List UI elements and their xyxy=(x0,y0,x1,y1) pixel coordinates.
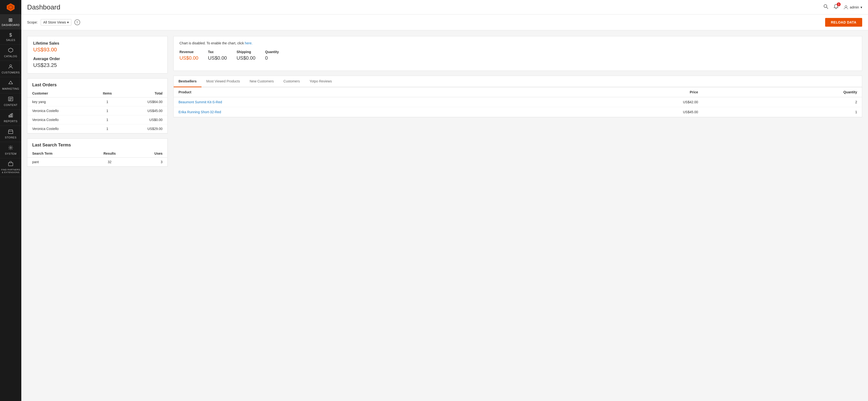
sidebar-item-label: DASHBOARD xyxy=(2,24,20,26)
chart-disabled-notice: Chart is disabled. To enable the chart, … xyxy=(174,36,862,71)
table-row: Beaumont Summit Kit-S-RedUS$42.002 xyxy=(174,97,862,107)
reports-icon xyxy=(8,113,13,119)
last-search-table: Search Term Results Uses pant323 xyxy=(27,150,167,167)
sidebar-item-label: FIND PARTNERS & EXTENSIONS xyxy=(1,169,20,174)
sidebar-item-label: CUSTOMERS xyxy=(2,71,20,74)
tab-yotpo[interactable]: Yotpo Reviews xyxy=(305,76,337,87)
chart-enable-link[interactable]: here. xyxy=(245,41,253,45)
catalog-icon xyxy=(8,48,13,54)
sidebar-item-dashboard[interactable]: ⊞ DASHBOARD xyxy=(0,15,21,30)
lifetime-sales-label: Lifetime Sales xyxy=(33,41,161,46)
svg-rect-13 xyxy=(8,131,13,134)
sidebar-item-label: STORES xyxy=(5,136,17,139)
svg-point-18 xyxy=(845,6,847,7)
last-orders-section: Last Orders Customer Items Total key yan… xyxy=(27,78,167,134)
scope-label: Scope: xyxy=(27,20,38,24)
product-name: Erika Running Short-32-Red xyxy=(174,107,535,117)
table-row: Veronica Costello1US$0.00 xyxy=(27,115,167,124)
scope-bar: Scope: All Store Views ▾ ? Reload Data xyxy=(21,15,868,30)
sidebar-item-system[interactable]: SYSTEM xyxy=(0,142,21,158)
svg-rect-15 xyxy=(8,163,13,166)
order-total: US$0.00 xyxy=(124,115,167,124)
scope-select[interactable]: All Store Views ▾ xyxy=(41,19,71,25)
scope-chevron-icon: ▾ xyxy=(67,20,69,24)
logo xyxy=(0,0,21,15)
last-orders-title: Last Orders xyxy=(27,79,167,89)
col-term: Search Term xyxy=(27,150,88,157)
search-term: pant xyxy=(27,157,88,167)
dashboard-body: Lifetime Sales US$93.00 Average Order US… xyxy=(21,30,868,177)
sidebar-item-find[interactable]: FIND PARTNERS & EXTENSIONS xyxy=(0,158,21,177)
table-row: key yang1US$64.00 xyxy=(27,97,167,107)
col-qty: Quantity xyxy=(703,87,862,97)
svg-marker-3 xyxy=(8,48,13,52)
tab-content: Product Price Quantity Beaumont Summit K… xyxy=(174,87,862,117)
tab-customers[interactable]: Customers xyxy=(279,76,305,87)
sidebar-item-stores[interactable]: STORES xyxy=(0,126,21,142)
stores-icon xyxy=(8,129,13,135)
scope-left: Scope: All Store Views ▾ ? xyxy=(27,19,80,25)
sidebar-item-reports[interactable]: REPORTS xyxy=(0,110,21,126)
tax-stat: Tax US$0.00 xyxy=(208,50,227,61)
sidebar-item-customers[interactable]: CUSTOMERS xyxy=(0,61,21,77)
bestsellers-table: Product Price Quantity Beaumont Summit K… xyxy=(174,87,862,117)
svg-point-16 xyxy=(824,5,827,7)
sidebar-item-label: CATALOG xyxy=(4,55,17,58)
sidebar-item-label: REPORTS xyxy=(4,120,18,123)
quantity-stat: Quantity 0 xyxy=(265,50,279,61)
main-content: Dashboard 3 admin ▾ Scope: All Store Vie… xyxy=(21,0,868,401)
search-icon[interactable] xyxy=(823,4,829,10)
shipping-stat: Shipping US$0.00 xyxy=(237,50,255,61)
product-price: US$42.00 xyxy=(535,97,703,107)
revenue-value: US$0.00 xyxy=(180,55,198,61)
col-uses: Uses xyxy=(131,150,167,157)
header: Dashboard 3 admin ▾ xyxy=(21,0,868,15)
admin-user[interactable]: admin ▾ xyxy=(843,5,862,10)
sidebar-item-sales[interactable]: $ SALES xyxy=(0,30,21,45)
reload-data-button[interactable]: Reload Data xyxy=(825,18,862,27)
quantity-label: Quantity xyxy=(265,50,279,54)
customers-icon xyxy=(8,64,13,70)
sidebar-item-content[interactable]: CONTENT xyxy=(0,93,21,110)
notifications-icon[interactable]: 3 xyxy=(833,4,839,10)
col-product: Product xyxy=(174,87,535,97)
last-search-title: Last Search Terms xyxy=(27,139,167,150)
svg-rect-11 xyxy=(10,114,11,117)
right-column: Chart is disabled. To enable the chart, … xyxy=(174,36,862,172)
items-count: 1 xyxy=(91,97,124,107)
tab-bestsellers[interactable]: Bestsellers xyxy=(174,76,202,87)
order-total: US$45.00 xyxy=(124,107,167,115)
scope-value: All Store Views xyxy=(43,20,66,24)
col-results: Results xyxy=(88,150,132,157)
sidebar-item-label: SALES xyxy=(6,38,15,41)
sidebar-item-label: MARKETING xyxy=(2,87,19,90)
tax-label: Tax xyxy=(208,50,227,54)
chart-disabled-text: Chart is disabled. To enable the chart, … xyxy=(180,41,245,45)
left-column: Lifetime Sales US$93.00 Average Order US… xyxy=(27,36,167,172)
order-total: US$29.00 xyxy=(124,124,167,133)
order-total: US$64.00 xyxy=(124,97,167,107)
revenue-stat: Revenue US$0.00 xyxy=(180,50,198,61)
sidebar-item-catalog[interactable]: CATALOG xyxy=(0,45,21,61)
help-icon[interactable]: ? xyxy=(74,20,80,25)
content-area: Scope: All Store Views ▾ ? Reload Data L… xyxy=(21,15,868,401)
last-search-section: Last Search Terms Search Term Results Us… xyxy=(27,138,167,167)
tax-value: US$0.00 xyxy=(208,55,227,61)
tab-most-viewed[interactable]: Most Viewed Products xyxy=(202,76,245,87)
tabs-header: BestsellersMost Viewed ProductsNew Custo… xyxy=(174,76,862,87)
svg-point-4 xyxy=(10,65,11,67)
customer-name: key yang xyxy=(27,97,91,107)
customer-name: Veronica Costello xyxy=(27,124,91,133)
svg-rect-12 xyxy=(11,113,12,117)
col-price: Price xyxy=(535,87,703,97)
col-total: Total xyxy=(124,89,167,97)
quantity-value: 0 xyxy=(265,55,279,61)
tab-new-customers[interactable]: New Customers xyxy=(245,76,279,87)
last-orders-table: Customer Items Total key yang1US$64.00Ve… xyxy=(27,89,167,133)
items-count: 1 xyxy=(91,107,124,115)
product-price: US$45.00 xyxy=(535,107,703,117)
table-row: Veronica Costello1US$29.00 xyxy=(27,124,167,133)
items-count: 1 xyxy=(91,124,124,133)
col-customer: Customer xyxy=(27,89,91,97)
sidebar-item-marketing[interactable]: MARKETING xyxy=(0,77,21,93)
